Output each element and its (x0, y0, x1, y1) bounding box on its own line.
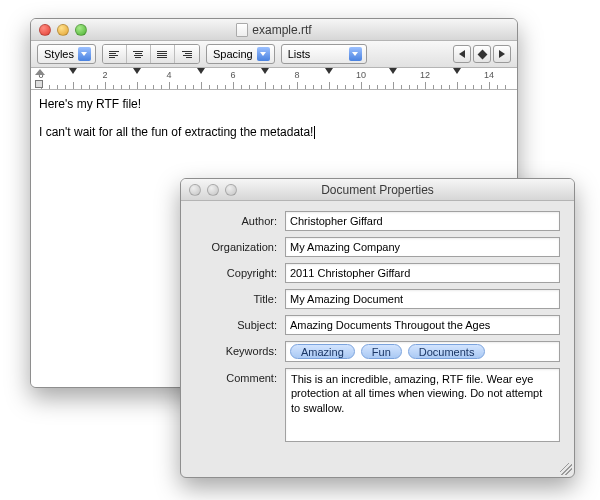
tab-stop-icon[interactable] (261, 68, 269, 74)
styles-label: Styles (44, 48, 74, 60)
editor-toolbar: Styles Spacing Lists (31, 41, 517, 68)
window-title: example.rtf (31, 23, 517, 37)
tab-stop-icon[interactable] (133, 68, 141, 74)
properties-form: Author: Organization: Copyright: Title: … (181, 201, 574, 462)
paragraph: I can't wait for all the fun of extracti… (39, 124, 509, 140)
triangle-right-icon (499, 50, 505, 58)
zoom-icon[interactable] (225, 184, 237, 196)
keyword-token[interactable]: Fun (361, 344, 402, 359)
diamond-icon (477, 49, 487, 59)
chevron-down-icon (257, 47, 270, 61)
lists-label: Lists (288, 48, 311, 60)
ruler-number: 4 (166, 70, 171, 80)
title-label: Title: (195, 289, 285, 305)
ruler-number: 14 (484, 70, 494, 80)
properties-titlebar[interactable]: Document Properties (181, 179, 574, 201)
author-label: Author: (195, 211, 285, 227)
spacing-label: Spacing (213, 48, 253, 60)
align-left-button[interactable] (103, 45, 127, 63)
minimize-icon[interactable] (207, 184, 219, 196)
resize-handle-icon[interactable] (560, 463, 572, 475)
organization-row: Organization: (195, 237, 560, 257)
keywords-label: Keywords: (195, 341, 285, 357)
spacing-dropdown[interactable]: Spacing (206, 44, 275, 64)
left-indent-icon[interactable] (35, 80, 43, 88)
properties-window: Document Properties Author: Organization… (180, 178, 575, 478)
align-segment (102, 44, 200, 64)
tab-stop-icon[interactable] (453, 68, 461, 74)
document-icon (236, 23, 248, 37)
window-title-text: Document Properties (321, 183, 434, 197)
author-field[interactable] (285, 211, 560, 231)
window-title: Document Properties (181, 183, 574, 197)
subject-field[interactable] (285, 315, 560, 335)
paragraph: Here's my RTF file! (39, 96, 509, 112)
close-icon[interactable] (39, 24, 51, 36)
nav-next-button[interactable] (493, 45, 511, 63)
editor-titlebar[interactable]: example.rtf (31, 19, 517, 41)
close-icon[interactable] (189, 184, 201, 196)
organization-field[interactable] (285, 237, 560, 257)
title-row: Title: (195, 289, 560, 309)
author-row: Author: (195, 211, 560, 231)
comment-row: Comment: (195, 368, 560, 444)
ruler-number: 8 (294, 70, 299, 80)
subject-row: Subject: (195, 315, 560, 335)
ruler-number: 10 (356, 70, 366, 80)
ruler[interactable]: 02468101214 (31, 68, 517, 90)
subject-label: Subject: (195, 315, 285, 331)
triangle-left-icon (459, 50, 465, 58)
tab-stop-icon[interactable] (325, 68, 333, 74)
tab-stop-icon[interactable] (389, 68, 397, 74)
tab-stop-icon[interactable] (69, 68, 77, 74)
window-controls (181, 184, 237, 196)
comment-label: Comment: (195, 368, 285, 384)
keyword-token[interactable]: Documents (408, 344, 486, 359)
copyright-field[interactable] (285, 263, 560, 283)
keywords-row: Keywords: AmazingFunDocuments (195, 341, 560, 362)
styles-dropdown[interactable]: Styles (37, 44, 96, 64)
ruler-number: 2 (102, 70, 107, 80)
organization-label: Organization: (195, 237, 285, 253)
nav-prev-button[interactable] (453, 45, 471, 63)
text-cursor-icon (314, 126, 315, 139)
ruler-number: 12 (420, 70, 430, 80)
chevron-down-icon (78, 47, 91, 61)
tab-stop-icon[interactable] (197, 68, 205, 74)
title-field[interactable] (285, 289, 560, 309)
window-controls (31, 24, 87, 36)
comment-field[interactable] (285, 368, 560, 442)
copyright-row: Copyright: (195, 263, 560, 283)
copyright-label: Copyright: (195, 263, 285, 279)
keyword-token[interactable]: Amazing (290, 344, 355, 359)
align-justify-button[interactable] (151, 45, 175, 63)
first-line-indent-icon[interactable] (35, 69, 45, 75)
nav-marker-button[interactable] (473, 45, 491, 63)
align-right-button[interactable] (175, 45, 199, 63)
window-title-text: example.rtf (252, 23, 311, 37)
nav-buttons (453, 45, 511, 63)
chevron-down-icon (349, 47, 362, 61)
align-center-button[interactable] (127, 45, 151, 63)
zoom-icon[interactable] (75, 24, 87, 36)
lists-dropdown[interactable]: Lists (281, 44, 367, 64)
minimize-icon[interactable] (57, 24, 69, 36)
ruler-number: 6 (230, 70, 235, 80)
keywords-field[interactable]: AmazingFunDocuments (285, 341, 560, 362)
